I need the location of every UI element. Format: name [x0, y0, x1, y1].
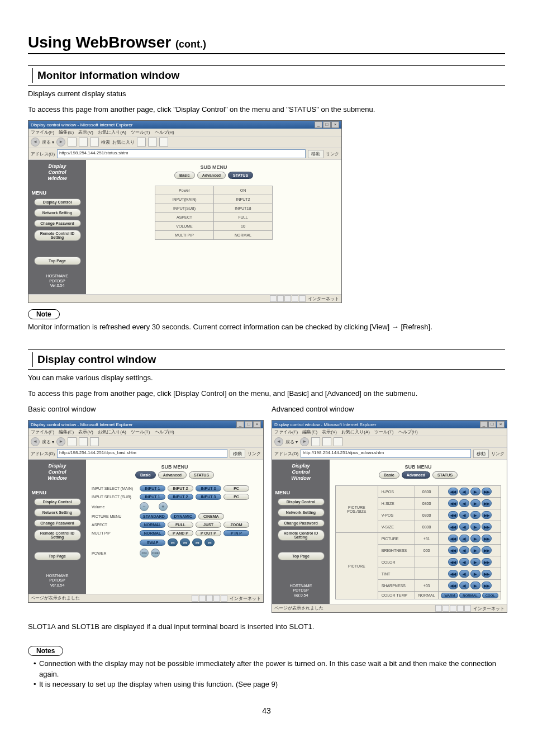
menu-help[interactable]: ヘルプ(H): [398, 429, 418, 434]
btn-pinp[interactable]: P IN P: [223, 530, 249, 536]
btn-brightness-rewind[interactable]: ◀◀: [448, 546, 458, 554]
stop-icon[interactable]: [311, 437, 320, 446]
btn-input1-sub[interactable]: INPUT 1: [140, 494, 165, 500]
btn-color-fwd[interactable]: ▶: [470, 558, 480, 566]
menu-edit[interactable]: 編集(E): [302, 429, 317, 434]
btn-warm[interactable]: WARM: [441, 593, 458, 598]
menu-file[interactable]: ファイル(F): [31, 429, 54, 434]
print-icon[interactable]: [159, 138, 168, 147]
btn-full[interactable]: FULL: [168, 522, 193, 528]
btn-vpos-back[interactable]: ◀: [459, 511, 469, 519]
btn-brightness-back[interactable]: ◀: [459, 546, 469, 554]
menu-fav[interactable]: お気に入り(A): [98, 130, 126, 135]
btn-input2-main[interactable]: INPUT 2: [168, 485, 193, 492]
submenu-status[interactable]: STATUS: [432, 471, 458, 479]
maximize-icon[interactable]: □: [488, 421, 496, 428]
sidebar-item-remote[interactable]: Remote Control ID Setting: [278, 530, 325, 541]
btn-pandp[interactable]: P AND P: [168, 530, 193, 536]
btn-picture-back[interactable]: ◀: [459, 535, 469, 542]
btn-hpos-fwd[interactable]: ▶: [470, 488, 480, 495]
back-button[interactable]: ◄: [31, 437, 40, 446]
address-input[interactable]: http://198.254.144.251/dpcs_basi.shtm: [57, 449, 227, 458]
btn-vsize-ff[interactable]: ▶▶: [482, 523, 492, 531]
btn-color-ff[interactable]: ▶▶: [482, 558, 492, 566]
menu-file[interactable]: ファイル(F): [31, 130, 54, 135]
menu-tools[interactable]: ツール(T): [131, 429, 150, 434]
btn-color-back[interactable]: ◀: [459, 558, 469, 566]
btn-tint-ff[interactable]: ▶▶: [482, 570, 492, 578]
submenu-status[interactable]: STATUS: [228, 172, 253, 179]
sidebar-item-remote[interactable]: Remote Control ID Setting: [34, 230, 81, 241]
btn-normal-temp[interactable]: NORMAL: [459, 593, 480, 598]
btn-cool[interactable]: COOL: [482, 593, 498, 598]
sidebar-item-password[interactable]: Change Password: [278, 519, 325, 527]
btn-input2-sub[interactable]: INPUT 2: [168, 494, 193, 500]
btn-sharpness-rewind[interactable]: ◀◀: [448, 582, 458, 589]
submenu-advanced[interactable]: Advanced: [402, 471, 430, 479]
history-icon[interactable]: [137, 138, 146, 147]
btn-vol-up[interactable]: +: [159, 502, 168, 511]
back-button[interactable]: ◄: [274, 437, 283, 446]
address-input[interactable]: http://198.254.144.251/dpcs_advan.shtm: [301, 449, 471, 458]
pip-layout-1-icon[interactable]: ▭: [168, 538, 178, 546]
sidebar-item-network[interactable]: Network Setting: [278, 508, 325, 517]
refresh-icon[interactable]: [79, 437, 88, 446]
sidebar-item-display-control[interactable]: Display Control: [278, 498, 325, 505]
sidebar-top-page[interactable]: Top Page: [278, 552, 325, 560]
btn-picture-fwd[interactable]: ▶: [470, 535, 480, 542]
refresh-icon[interactable]: [79, 138, 88, 147]
btn-hpos-back[interactable]: ◀: [459, 488, 469, 495]
btn-hsize-fwd[interactable]: ▶: [470, 499, 480, 507]
menu-view[interactable]: 表示(V): [78, 130, 93, 135]
close-icon[interactable]: ×: [331, 121, 339, 128]
btn-tint-fwd[interactable]: ▶: [470, 570, 480, 578]
stop-icon[interactable]: [68, 138, 77, 147]
go-button[interactable]: 移動: [230, 450, 245, 458]
btn-sharpness-fwd[interactable]: ▶: [470, 582, 480, 589]
sidebar-item-display-control[interactable]: Display Control: [34, 498, 81, 505]
pip-layout-3-icon[interactable]: ▭: [192, 538, 202, 546]
btn-input3-main[interactable]: INPUT 3: [196, 485, 221, 492]
btn-hpos-rewind[interactable]: ◀◀: [448, 488, 458, 495]
btn-pc-sub[interactable]: PC: [223, 494, 249, 500]
sidebar-top-page[interactable]: Top Page: [34, 552, 81, 560]
close-icon[interactable]: ×: [253, 421, 261, 428]
btn-picture-ff[interactable]: ▶▶: [482, 535, 492, 542]
btn-poutp[interactable]: P OUT P: [196, 530, 221, 536]
pip-layout-2-icon[interactable]: ▭: [180, 538, 190, 546]
sidebar-item-display-control[interactable]: Display Control: [34, 199, 81, 206]
btn-just[interactable]: JUST: [196, 522, 221, 528]
btn-input3-sub[interactable]: INPUT 3: [196, 494, 221, 500]
btn-power-off[interactable]: OFF: [151, 549, 160, 557]
btn-hsize-rewind[interactable]: ◀◀: [448, 499, 458, 507]
go-button[interactable]: 移動: [308, 150, 323, 158]
menu-view[interactable]: 表示(V): [78, 429, 93, 434]
refresh-icon[interactable]: [322, 437, 331, 446]
btn-input1-main[interactable]: INPUT 1: [140, 485, 165, 492]
btn-brightness-ff[interactable]: ▶▶: [482, 546, 492, 554]
menu-edit[interactable]: 編集(E): [59, 130, 74, 135]
sidebar-item-network[interactable]: Network Setting: [34, 209, 81, 217]
menu-edit[interactable]: 編集(E): [59, 429, 74, 434]
stop-icon[interactable]: [68, 437, 77, 446]
btn-power-on[interactable]: ON: [140, 549, 149, 557]
forward-button[interactable]: ►: [56, 138, 65, 147]
forward-button[interactable]: ►: [56, 437, 65, 446]
minimize-icon[interactable]: _: [480, 421, 488, 428]
btn-tint-back[interactable]: ◀: [459, 570, 469, 578]
back-button[interactable]: ◄: [31, 138, 40, 147]
home-icon[interactable]: [90, 437, 99, 446]
forward-button[interactable]: ►: [300, 437, 309, 446]
sidebar-item-password[interactable]: Change Password: [34, 519, 81, 527]
mail-icon[interactable]: [148, 138, 157, 147]
sidebar-item-password[interactable]: Change Password: [34, 220, 81, 227]
btn-normal[interactable]: NORMAL: [140, 522, 165, 528]
menu-view[interactable]: 表示(V): [322, 429, 337, 434]
submenu-advanced[interactable]: Advanced: [158, 471, 187, 479]
btn-hpos-ff[interactable]: ▶▶: [482, 488, 492, 495]
links-label[interactable]: リンク: [248, 451, 261, 457]
btn-pip-normal[interactable]: NORMAL: [140, 530, 165, 536]
submenu-advanced[interactable]: Advanced: [197, 172, 226, 179]
btn-vsize-back[interactable]: ◀: [459, 523, 469, 531]
minimize-icon[interactable]: _: [236, 421, 244, 428]
